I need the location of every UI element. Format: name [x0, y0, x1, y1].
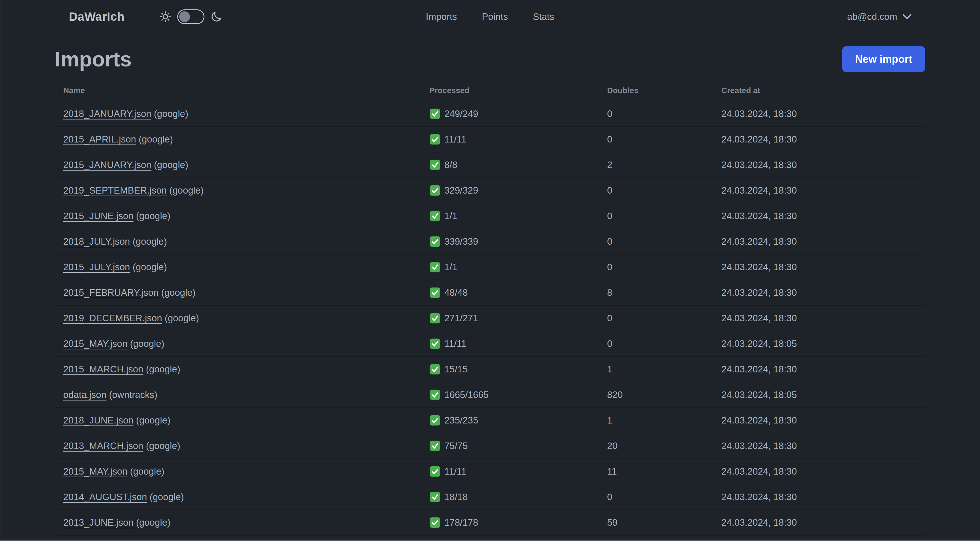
- theme-toggle[interactable]: [177, 10, 204, 24]
- doubles-cell: 0: [598, 484, 713, 510]
- import-source: (google): [143, 440, 180, 451]
- doubles-cell: 0: [598, 305, 713, 331]
- doubles-cell: 0: [598, 101, 713, 127]
- processed-check-icon: [429, 134, 441, 145]
- processed-check-icon: [429, 108, 441, 120]
- import-file-link[interactable]: 2015_FEBRUARY.json: [63, 287, 159, 298]
- imports-table-body: 2018_JANUARY.json (google)249/249024.03.…: [55, 101, 925, 541]
- processed-count: 48/48: [444, 287, 468, 298]
- sun-icon: [159, 11, 172, 23]
- import-source: (google): [130, 262, 167, 272]
- nav-link-points[interactable]: Points: [478, 8, 512, 25]
- name-cell: odata.json (owntracks): [55, 382, 421, 408]
- doubles-cell: 11: [598, 459, 713, 484]
- name-cell: 2018_JUNE.json (google): [55, 408, 421, 433]
- name-cell: 2018_JANUARY.json (google): [55, 101, 421, 127]
- processed-cell: 11/11: [421, 127, 598, 152]
- processed-count: 271/271: [444, 313, 478, 323]
- new-import-button[interactable]: New import: [842, 46, 925, 72]
- import-file-link[interactable]: 2015_JANUARY.json: [63, 160, 151, 170]
- import-file-link[interactable]: 2013_JUNE.json: [63, 517, 134, 528]
- processed-check-icon: [429, 287, 441, 298]
- import-file-link[interactable]: 2019_SEPTEMBER.json: [63, 185, 167, 196]
- import-source: (google): [136, 134, 173, 144]
- table-row: 2018_JUNE.json (google)235/235124.03.202…: [55, 408, 925, 433]
- import-file-link[interactable]: 2015_JUNE.json: [63, 211, 134, 221]
- import-source: (google): [130, 236, 167, 247]
- processed-check-icon: [429, 185, 441, 196]
- processed-cell: 235/235: [421, 408, 598, 433]
- created-at-cell: 24.03.2024, 18:30: [713, 280, 925, 305]
- table-row: 2019_SEPTEMBER.json (google)329/329024.0…: [55, 178, 925, 203]
- import-file-link[interactable]: odata.json: [63, 389, 107, 400]
- import-file-link[interactable]: 2015_MAY.json: [63, 338, 127, 349]
- processed-check-icon: [429, 466, 441, 477]
- created-at-cell: 24.03.2024, 18:30: [713, 408, 925, 433]
- import-source: (google): [147, 492, 184, 502]
- table-row: 2015_MAY.json (google)11/111124.03.2024,…: [55, 459, 925, 484]
- created-at-cell: 24.03.2024, 18:30: [713, 510, 925, 535]
- name-cell: 2015_MARCH.json (google): [55, 356, 421, 382]
- processed-check-icon: [429, 517, 441, 528]
- import-file-link[interactable]: 2019_DECEMBER.json: [63, 313, 162, 323]
- table-row: 2019_DECEMBER.json (google)271/271024.03…: [55, 305, 925, 331]
- table-row: 2015_JULY.json (google)1/1024.03.2024, 1…: [55, 254, 925, 280]
- theme-toggle-group: [159, 10, 223, 24]
- created-at-cell: 24.03.2024, 18:30: [713, 152, 925, 178]
- processed-cell: 1/1: [421, 254, 598, 280]
- table-row: 2015_JANUARY.json (google)8/8224.03.2024…: [55, 152, 925, 178]
- import-source: (google): [143, 364, 180, 374]
- doubles-cell: 0: [598, 254, 713, 280]
- import-source: (google): [159, 287, 196, 298]
- processed-count: 18/18: [444, 492, 468, 502]
- name-cell: 2015_APRIL.json (google): [55, 127, 421, 152]
- processed-cell: 11/11: [421, 331, 598, 356]
- import-file-link[interactable]: 2018_JULY.json: [63, 236, 130, 247]
- doubles-cell: 8: [598, 280, 713, 305]
- import-file-link[interactable]: 2014_AUGUST.json: [63, 492, 147, 502]
- import-file-link[interactable]: 2018_JUNE.json: [63, 415, 134, 426]
- processed-check-icon: [429, 210, 441, 222]
- import-file-link[interactable]: 2013_MARCH.json: [63, 440, 143, 451]
- table-row: 2015_FEBRUARY.json (google)48/48824.03.2…: [55, 280, 925, 305]
- nav-link-stats[interactable]: Stats: [529, 8, 558, 25]
- processed-cell: 1665/1665: [421, 382, 598, 408]
- name-cell: 2015_JUNE.json (google): [55, 203, 421, 229]
- created-at-cell: 24.03.2024, 18:05: [713, 382, 925, 408]
- processed-cell: 18/18: [421, 484, 598, 510]
- main-nav: Imports Points Stats: [422, 8, 558, 25]
- import-file-link[interactable]: 2015_APRIL.json: [63, 134, 136, 144]
- import-file-link[interactable]: 2015_MARCH.json: [63, 364, 143, 374]
- processed-check-icon: [429, 159, 441, 171]
- processed-count: 1/1: [444, 211, 457, 221]
- processed-count: 339/339: [444, 236, 478, 247]
- import-source: (google): [151, 160, 188, 170]
- import-file-link[interactable]: 2015_JULY.json: [63, 262, 130, 272]
- theme-toggle-knob: [179, 11, 190, 22]
- column-header-doubles: Doubles: [598, 80, 713, 101]
- user-menu[interactable]: ab@cd.com: [847, 11, 912, 22]
- name-cell: 2015_JULY.json (google): [55, 254, 421, 280]
- import-file-link[interactable]: 2018_JANUARY.json: [63, 109, 151, 119]
- app-logo[interactable]: DaWarIch: [69, 10, 124, 24]
- table-row: 2015_MARCH.json (google)15/15124.03.2024…: [55, 356, 925, 382]
- processed-check-icon: [429, 338, 441, 349]
- table-row: 2018_JANUARY.json (google)249/249024.03.…: [55, 101, 925, 127]
- import-source: (google): [162, 313, 199, 323]
- name-cell: 2015_MAY.json (google): [55, 459, 421, 484]
- page-title: Imports: [55, 48, 132, 71]
- navbar: DaWarIch Imports Points Stats: [0, 0, 980, 34]
- name-cell: 2015_MAY.json (google): [55, 331, 421, 356]
- name-cell: 2013_JUNE.json (google): [55, 510, 421, 535]
- table-row: 2013_MARCH.json (google)75/752024.03.202…: [55, 433, 925, 459]
- processed-cell: 178/178: [421, 510, 598, 535]
- created-at-cell: 24.03.2024, 18:05: [713, 331, 925, 356]
- doubles-cell: 0: [598, 331, 713, 356]
- import-source: (google): [127, 466, 164, 477]
- doubles-cell: 0: [598, 178, 713, 203]
- import-file-link[interactable]: 2015_MAY.json: [63, 466, 127, 477]
- import-source: (google): [134, 415, 170, 426]
- name-cell: 2018_JULY.json (google): [55, 229, 421, 254]
- nav-link-imports[interactable]: Imports: [422, 8, 461, 25]
- doubles-cell: 0: [598, 229, 713, 254]
